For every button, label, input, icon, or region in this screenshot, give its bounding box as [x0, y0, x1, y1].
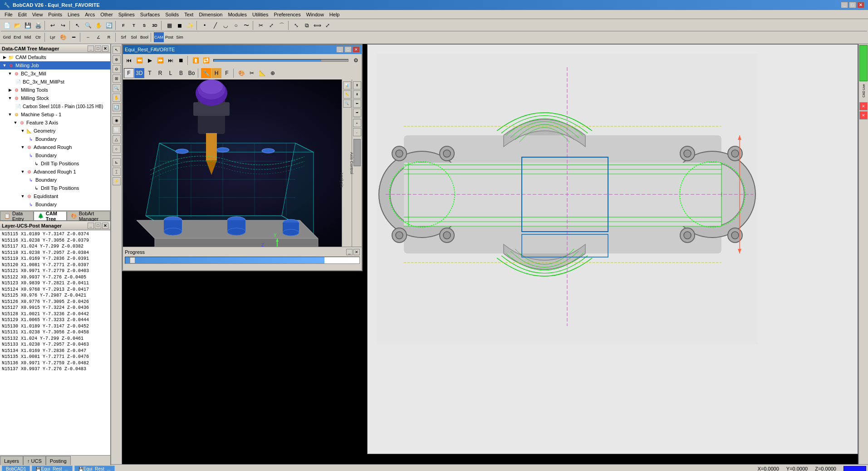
analysis-btn-2[interactable]: 📏: [343, 90, 351, 99]
progress-thumb[interactable]: [130, 257, 135, 263]
vert-btn-7[interactable]: 🔄: [113, 103, 121, 111]
menu-file[interactable]: File: [2, 11, 15, 18]
tree-item-drill-tip-1[interactable]: ↳ Drill Tip Positions: [0, 159, 110, 168]
sim-cut-button[interactable]: ✂: [247, 68, 257, 78]
fillet-button[interactable]: ⌒: [277, 20, 287, 30]
vert-btn-4[interactable]: ⊞: [113, 74, 121, 83]
axis-btn-3[interactable]: ⬅: [353, 99, 361, 108]
sim-loop-button[interactable]: 🔁: [201, 55, 211, 65]
sim-minimize-button[interactable]: _: [336, 46, 343, 53]
menu-view[interactable]: View: [29, 11, 46, 18]
tree-item-feature-3axis[interactable]: ▼ ⚙ Feature 3 Axis: [0, 119, 110, 127]
taskbar-equi-rest2[interactable]: 💾 Equi_Rest_...: [74, 466, 115, 471]
tab-data-entry[interactable]: 📋 Data Entry: [0, 211, 34, 220]
maximize-button[interactable]: □: [849, 2, 856, 8]
point-button[interactable]: •: [200, 20, 210, 30]
menu-lines[interactable]: Lines: [65, 11, 82, 18]
sim-last-button[interactable]: ⏭: [166, 55, 176, 65]
taskbar-equi-rest1[interactable]: 💾 Equi_Rest_...: [32, 466, 72, 471]
tree-item-carbon-steel[interactable]: 📄 Carbon Steel 1018 - Plain (100-125 HB): [0, 102, 110, 110]
tree-item-geometry[interactable]: ▼ 📐 Geometry: [0, 127, 110, 135]
dim-linear-button[interactable]: ↔: [83, 32, 93, 42]
vert-btn-11[interactable]: ○: [113, 145, 121, 153]
arc-button[interactable]: ◡: [221, 20, 230, 30]
axis-btn-4[interactable]: ➡: [353, 109, 361, 117]
layer-restore-button[interactable]: □: [95, 223, 101, 229]
close-button[interactable]: ✕: [857, 2, 864, 8]
vert-btn-3[interactable]: ⊖: [113, 65, 121, 73]
tab-ucs[interactable]: ↑ UCS: [23, 456, 46, 465]
color-button[interactable]: 🎨: [58, 32, 68, 42]
sim-play-button[interactable]: ▶: [145, 55, 155, 65]
menu-other[interactable]: Other: [98, 11, 116, 18]
expand-icon[interactable]: ▼: [7, 112, 13, 117]
menu-preferences[interactable]: Preferences: [271, 11, 303, 18]
sim-slider[interactable]: [213, 59, 348, 62]
panel-restore-button[interactable]: □: [95, 45, 101, 52]
tree-item-bc3x[interactable]: ▼ ⚙ BC_3x_Mill: [0, 69, 110, 78]
tree-item-boundary-2[interactable]: ↳ Boundary: [0, 151, 110, 159]
progress-minimize[interactable]: _: [346, 249, 353, 255]
vert-btn-13[interactable]: ⌶: [113, 168, 121, 176]
snap-midpoint-button[interactable]: Mid: [23, 32, 33, 42]
sim-prev-button[interactable]: ⏪: [134, 55, 144, 65]
sim-view-right-button[interactable]: R: [155, 68, 165, 78]
circle-button[interactable]: ○: [231, 20, 241, 30]
sim-measure-button[interactable]: 📐: [257, 68, 267, 78]
new-button[interactable]: 📄: [2, 20, 12, 30]
menu-arcs[interactable]: Arcs: [82, 11, 98, 18]
sim-view-3d-button[interactable]: 3D: [134, 68, 144, 78]
select-button[interactable]: ↖: [73, 20, 83, 30]
sim-view-left-button[interactable]: L: [166, 68, 176, 78]
pan-button[interactable]: ✋: [93, 20, 103, 30]
dim-radius-button[interactable]: R: [104, 32, 114, 42]
layer-button[interactable]: Lyr: [48, 32, 58, 42]
panel-close-button[interactable]: ✕: [102, 45, 108, 52]
snap-grid-button[interactable]: Grid: [2, 32, 12, 42]
sim-color-button[interactable]: 🎨: [236, 68, 246, 78]
post-button[interactable]: Post: [164, 32, 174, 42]
sim-next-frame-button[interactable]: ⏩: [155, 55, 165, 65]
expand-icon[interactable]: ▼: [20, 144, 25, 150]
expand-icon[interactable]: ▼: [20, 193, 25, 199]
tree-item-advanced-rough[interactable]: ▼ ⚙ Advanced Rough: [0, 143, 110, 151]
taskbar-bobcad1[interactable]: BobCAD1: [2, 466, 30, 471]
simulate-button[interactable]: Sim: [175, 32, 185, 42]
render-button[interactable]: ✨: [185, 20, 195, 30]
rotate-button[interactable]: 🔄: [104, 20, 114, 30]
vert-btn-5[interactable]: 🔍: [113, 84, 121, 92]
snap-endpoint-button[interactable]: End: [12, 32, 22, 42]
sim-3d-viewport[interactable]: X Y Z: [123, 79, 362, 247]
menu-modules[interactable]: Modules: [225, 11, 250, 18]
expand-icon[interactable]: ▼: [20, 169, 25, 174]
tree-item-drill-tip-2[interactable]: ↳ Drill Tip Positions: [0, 184, 110, 192]
live-btn-2[interactable]: ✕: [859, 111, 868, 119]
top-view-button[interactable]: T: [129, 20, 139, 30]
axis-btn-6[interactable]: -: [353, 128, 361, 136]
layer-close-button[interactable]: ✕: [102, 223, 108, 229]
tree-item-boundary-3[interactable]: ↳ Boundary: [0, 176, 110, 184]
undo-button[interactable]: ↩: [48, 20, 58, 30]
extend-button[interactable]: ⤢: [266, 20, 276, 30]
minimize-button[interactable]: _: [841, 2, 848, 8]
tab-cam-tree[interactable]: 🌲 CAM Tree: [34, 211, 67, 220]
save-button[interactable]: 💾: [23, 20, 33, 30]
wireframe-button[interactable]: ▦: [164, 20, 174, 30]
vert-btn-10[interactable]: △: [113, 135, 121, 144]
menu-window[interactable]: Window: [304, 11, 327, 18]
menu-text[interactable]: Text: [181, 11, 196, 18]
dim-angle-button[interactable]: ∠: [93, 32, 103, 42]
menu-dimension[interactable]: Dimension: [196, 11, 225, 18]
tree-item-equidistant[interactable]: ▼ ⚙ Equidistant: [0, 192, 110, 200]
technical-drawing-viewport[interactable]: [367, 44, 858, 454]
side-view-button[interactable]: S: [139, 20, 149, 30]
tree-item-machine-setup[interactable]: ▼ ⚙ Machine Setup - 1: [0, 110, 110, 119]
spline-button[interactable]: 〜: [241, 20, 251, 30]
mirror-button[interactable]: ⟺: [312, 20, 322, 30]
sim-settings-button[interactable]: ⚙: [351, 55, 361, 65]
axis-btn-2[interactable]: ⬇: [353, 90, 361, 99]
sim-maximize-button[interactable]: □: [344, 46, 352, 53]
sim-fastfwd-button[interactable]: ⏫: [191, 55, 201, 65]
menu-surfaces[interactable]: Surfaces: [137, 11, 162, 18]
redo-button[interactable]: ↪: [58, 20, 68, 30]
